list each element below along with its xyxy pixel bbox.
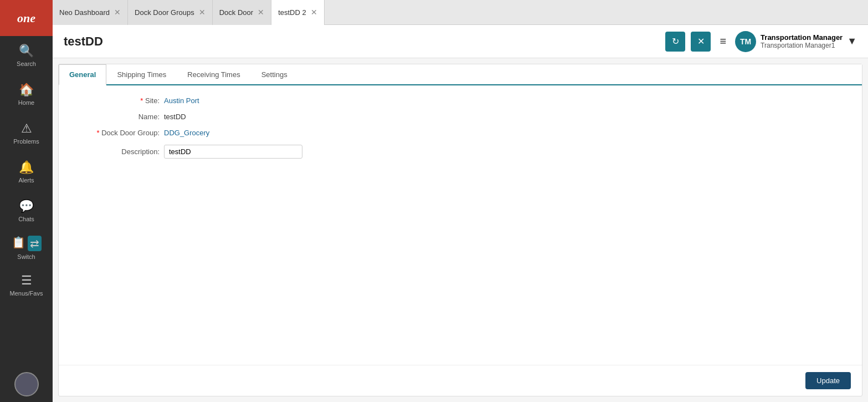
- dock-door-group-value[interactable]: DDG_Grocery: [164, 129, 209, 137]
- description-label: Description:: [75, 147, 164, 156]
- description-input[interactable]: [164, 145, 302, 159]
- tab-general[interactable]: General: [59, 64, 106, 85]
- user-name: Transportation Manager1: [761, 42, 843, 49]
- tab-receiving-times-label: Receiving Times: [187, 70, 240, 79]
- tab-bar: Neo Dashboard ✕ Dock Door Groups ✕ Dock …: [53, 0, 868, 25]
- sidebar: one 🔍 Search 🏠 Home ⚠ Problems 🔔 Alerts …: [0, 0, 53, 402]
- tab-close-dock-door[interactable]: ✕: [258, 8, 264, 16]
- close-icon: ✕: [697, 36, 705, 47]
- name-value: testDD: [164, 113, 186, 121]
- tab-close-neo-dashboard[interactable]: ✕: [114, 8, 121, 16]
- form-row-name: Name: testDD: [75, 113, 845, 121]
- sidebar-item-search[interactable]: 🔍 Search: [0, 36, 53, 75]
- user-role: Transportation Manager: [761, 33, 843, 42]
- switch-icon-2: ⇄: [28, 236, 42, 251]
- sidebar-item-label: Problems: [13, 138, 39, 145]
- logo-text: one: [17, 11, 35, 26]
- sidebar-item-label: Menus/Favs: [10, 290, 43, 297]
- home-icon: 🏠: [19, 83, 34, 97]
- user-text: Transportation Manager Transportation Ma…: [761, 33, 843, 49]
- tab-settings[interactable]: Settings: [251, 64, 298, 85]
- bell-icon: 🔔: [19, 160, 34, 175]
- tab-receiving-times[interactable]: Receiving Times: [177, 64, 250, 85]
- page-body: General Shipping Times Receiving Times S…: [53, 58, 868, 402]
- user-initials: TM: [740, 37, 751, 46]
- name-label: Name:: [75, 113, 164, 121]
- tab-label: Neo Dashboard: [59, 8, 110, 17]
- chat-icon: 💬: [19, 199, 34, 213]
- user-avatar: TM: [735, 31, 756, 52]
- content-area: testDD ↻ ✕ ≡ TM Transportation Manager: [53, 25, 868, 402]
- warning-icon: ⚠: [21, 121, 32, 136]
- tab-label: Dock Door Groups: [135, 8, 194, 17]
- update-button[interactable]: Update: [805, 372, 851, 389]
- tab-close-dock-door-groups[interactable]: ✕: [199, 8, 206, 16]
- switch-icon-1: 📋: [12, 236, 25, 251]
- form-content: * Site: Austin Port Name: testDD * Dock …: [59, 85, 862, 365]
- sidebar-item-menus[interactable]: ☰ Menus/Favs: [0, 266, 53, 304]
- site-required-star: *: [140, 96, 145, 105]
- form-row-dock-door-group: * Dock Door Group: DDG_Grocery: [75, 129, 845, 137]
- site-value[interactable]: Austin Port: [164, 96, 199, 105]
- header-actions: ↻ ✕ ≡ TM Transportation Manager Transpor…: [665, 31, 857, 52]
- form-row-description: Description:: [75, 145, 845, 159]
- sidebar-item-problems[interactable]: ⚠ Problems: [0, 114, 53, 152]
- page-title: testDD: [64, 34, 665, 49]
- sidebar-item-label: Search: [17, 60, 36, 67]
- card-footer: Update: [59, 365, 862, 396]
- tab-dock-door[interactable]: Dock Door ✕: [213, 0, 271, 25]
- sidebar-item-chats[interactable]: 💬 Chats: [0, 191, 53, 230]
- tab-testdd-2[interactable]: testDD 2 ✕: [271, 0, 325, 25]
- search-icon: 🔍: [19, 44, 34, 58]
- tab-general-label: General: [69, 70, 96, 79]
- main-card: General Shipping Times Receiving Times S…: [58, 64, 862, 396]
- tab-shipping-times[interactable]: Shipping Times: [106, 64, 177, 85]
- menu-icon: ☰: [21, 273, 32, 288]
- sidebar-bottom: [0, 372, 53, 402]
- switch-wrapper[interactable]: 📋 ⇄ Switch: [0, 230, 53, 266]
- hamburger-button[interactable]: ≡: [716, 32, 730, 51]
- hamburger-icon: ≡: [720, 35, 726, 47]
- sidebar-item-label: Home: [18, 99, 34, 106]
- tab-settings-label: Settings: [261, 70, 287, 79]
- switch-label: Switch: [17, 253, 35, 260]
- dock-door-group-label: * Dock Door Group:: [75, 129, 164, 137]
- tab-close-testdd-2[interactable]: ✕: [311, 8, 317, 16]
- tab-label: testDD 2: [278, 8, 306, 17]
- refresh-icon: ↻: [672, 36, 679, 47]
- sidebar-item-label: Chats: [18, 216, 34, 222]
- user-avatar-sidebar[interactable]: [14, 372, 39, 396]
- sidebar-item-home[interactable]: 🏠 Home: [0, 75, 53, 114]
- tab-shipping-times-label: Shipping Times: [117, 70, 166, 79]
- sidebar-item-alerts[interactable]: 🔔 Alerts: [0, 152, 53, 191]
- main-area: Neo Dashboard ✕ Dock Door Groups ✕ Dock …: [53, 0, 868, 402]
- form-row-site: * Site: Austin Port: [75, 96, 845, 105]
- tab-neo-dashboard[interactable]: Neo Dashboard ✕: [53, 0, 128, 25]
- tab-label: Dock Door: [219, 8, 253, 17]
- sidebar-item-label: Alerts: [18, 177, 34, 184]
- header-bar: testDD ↻ ✕ ≡ TM Transportation Manager: [53, 25, 868, 58]
- site-label: * Site:: [75, 96, 164, 105]
- dock-required-star: *: [97, 129, 102, 137]
- chevron-down-icon: ▼: [847, 35, 857, 47]
- refresh-button[interactable]: ↻: [665, 32, 685, 52]
- close-button[interactable]: ✕: [691, 32, 711, 52]
- user-dropdown-button[interactable]: ▼: [847, 35, 857, 47]
- app-logo[interactable]: one: [0, 0, 53, 36]
- tab-dock-door-groups[interactable]: Dock Door Groups ✕: [128, 0, 213, 25]
- user-info: TM Transportation Manager Transportation…: [735, 31, 857, 52]
- inner-tabs: General Shipping Times Receiving Times S…: [59, 64, 862, 85]
